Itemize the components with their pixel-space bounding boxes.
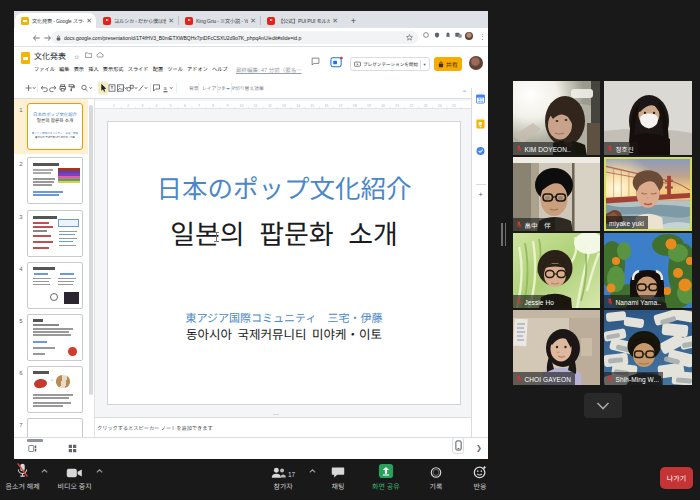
extension-icon-2[interactable]: [434, 32, 440, 38]
present-mode-icon[interactable]: [330, 56, 343, 69]
extension-icon-4[interactable]: [455, 32, 462, 38]
zoom-toolbar-share[interactable]: 화면 공유: [372, 461, 400, 491]
filmstrip-h-scrollbar[interactable]: [27, 439, 43, 442]
side-panel-add-icon[interactable]: +: [476, 188, 485, 199]
zoom-tool-icon[interactable]: [82, 85, 92, 91]
slide-thumbnail-2[interactable]: [27, 157, 83, 204]
star-document-icon[interactable]: ☆: [74, 52, 79, 61]
video-tile-5[interactable]: Jessie Ho: [513, 233, 600, 308]
comment-history-icon[interactable]: [311, 57, 320, 66]
slide-thumbnail-7[interactable]: [27, 418, 83, 437]
document-title[interactable]: 文化発表: [34, 50, 66, 61]
slide-thumbnail-3[interactable]: [27, 210, 83, 257]
insert-line-icon[interactable]: [139, 85, 147, 90]
horizontal-ruler-graphic: 1234567891011121314151617181920212223242…: [95, 101, 471, 109]
move-folder-icon[interactable]: [85, 52, 92, 58]
back-icon[interactable]: [32, 28, 41, 47]
browser-tab-1[interactable]: 文化発表 - Google スライド✕: [15, 13, 96, 28]
caret-up-icon[interactable]: [96, 469, 103, 473]
grid-view-icon[interactable]: [68, 444, 77, 453]
toolbar-text-3[interactable]: テーマ: [221, 84, 235, 91]
browser-tab-4[interactable]: 【公式】PUI PUI モルカー 第1話✕: [261, 13, 342, 28]
video-tile-7[interactable]: CHOI GAYEON: [513, 310, 600, 385]
format-options-icon[interactable]: a: [164, 84, 173, 92]
slide-thumbnail-1[interactable]: 日本のポップ文化紹介일본의 팝문화 소개東アジア国際コミュニティ 三宅・伊藤동아…: [27, 103, 83, 150]
slide-thumbnail-4[interactable]: [27, 262, 83, 309]
explore-phone-button[interactable]: [452, 437, 464, 454]
print-icon[interactable]: [60, 85, 65, 91]
tab-close-icon[interactable]: ✕: [86, 17, 92, 24]
last-edit-link[interactable]: 最終編集: 47 分前（匿名…: [236, 66, 302, 74]
leave-button[interactable]: 나가기: [660, 467, 693, 489]
menu-6[interactable]: スライド: [126, 65, 151, 72]
textbox-icon[interactable]: [109, 85, 115, 91]
share-button[interactable]: 共有: [434, 57, 462, 71]
browser-profile-avatar[interactable]: [465, 32, 473, 40]
insert-shape-icon[interactable]: [127, 85, 137, 91]
undo-icon[interactable]: [41, 86, 47, 92]
grid-collapse-button[interactable]: [584, 393, 622, 418]
video-tile-6[interactable]: Nanami Yama..: [604, 233, 692, 308]
zoom-toolbar-mic[interactable]: 음소거 해제: [6, 461, 40, 491]
slide-subtitle-korean[interactable]: 동아시아 국제커뮤니티 미야케・이토: [108, 324, 460, 343]
slide-title-japanese[interactable]: 日本のポップ文化紹介: [108, 168, 460, 205]
extension-icon-3[interactable]: [445, 32, 451, 38]
video-tile-1[interactable]: KIM DOYEON..: [513, 81, 600, 155]
tab-close-icon[interactable]: ✕: [168, 17, 174, 24]
speaker-notes-panel[interactable]: クリックするとスピーカー ノートを追加できます: [95, 417, 471, 437]
browser-tab-2[interactable]: ヨルシカ - だから僕は音楽を辞めた✕: [97, 13, 178, 28]
thumbnail-content: [50, 293, 58, 301]
account-avatar[interactable]: [469, 56, 483, 70]
add-slide-icon[interactable]: [26, 85, 36, 91]
url-bar[interactable]: docs.google.com/presentation/d/1T4fHV3_B…: [51, 31, 418, 44]
filmstrip-view-icon[interactable]: [28, 444, 37, 453]
slide-thumbnail-6[interactable]: +: [27, 366, 83, 413]
caret-up-icon[interactable]: [41, 469, 48, 473]
zoom-toolbar-chat[interactable]: 채팅: [331, 461, 345, 491]
extension-icon-1[interactable]: [423, 32, 429, 38]
slide-page[interactable]: 日本のポップ文化紹介 일본의 팝문화 소개 東アジア国際コミュニティ 三宅・伊藤…: [107, 121, 461, 405]
tab-close-icon[interactable]: ✕: [250, 17, 256, 24]
toolbar-collapse-icon[interactable]: ⌃: [462, 88, 467, 97]
bookmark-star-icon[interactable]: [406, 34, 413, 41]
browser-tab-3[interactable]: King Gnu - 三文小説 - YouTube✕: [179, 13, 260, 28]
tab-close-icon[interactable]: ✕: [332, 17, 338, 24]
menu-2[interactable]: 編集: [57, 65, 72, 72]
browser-menu-kebab-icon[interactable]: ⋮: [479, 31, 486, 41]
slide-subtitle-japanese[interactable]: 東アジア国際コミュニティ 三宅・伊藤: [108, 309, 460, 325]
video-tile-2[interactable]: 정호진: [604, 81, 692, 155]
zoom-toolbar-record[interactable]: 기록: [429, 461, 443, 491]
keep-icon[interactable]: [476, 119, 485, 129]
filmstrip-scrollbar[interactable]: [89, 105, 93, 395]
toolbar-text-4[interactable]: 切り替え効果: [235, 84, 264, 91]
cloud-status-icon[interactable]: [96, 52, 104, 58]
zoom-toolbar-reactions[interactable]: 반응: [473, 461, 487, 491]
menu-8[interactable]: ツール: [165, 65, 185, 72]
menu-4[interactable]: 挿入: [86, 65, 101, 72]
paint-format-icon[interactable]: [69, 85, 75, 91]
video-tile-3[interactable]: 畠中 伴: [513, 157, 600, 231]
zoom-toolbar-participants[interactable]: 17참가자: [271, 461, 295, 491]
calendar-icon[interactable]: 31: [476, 94, 485, 104]
menu-3[interactable]: 表示: [72, 65, 87, 72]
caret-up-icon[interactable]: [309, 469, 316, 473]
panel-drag-handle[interactable]: [501, 223, 507, 246]
insert-comment-icon[interactable]: [154, 85, 160, 91]
video-tile-4[interactable]: miyake yuki: [604, 157, 692, 231]
menu-9[interactable]: アドオン: [185, 65, 210, 72]
video-tile-8[interactable]: Shih-Ming W...: [604, 310, 692, 385]
insert-image-icon[interactable]: [118, 85, 127, 91]
slide-title-korean[interactable]: 일본의 팝문화 소개: [108, 213, 460, 252]
present-button[interactable]: プレゼンテーションを開始 ▾: [350, 57, 430, 71]
menu-5[interactable]: 表示形式: [101, 65, 126, 72]
slide-thumbnail-5[interactable]: [27, 314, 83, 361]
tasks-icon[interactable]: [476, 146, 485, 156]
menu-7[interactable]: 配置: [151, 65, 166, 72]
zoom-toolbar-video[interactable]: 비디오 중지: [58, 461, 92, 491]
menu-1[interactable]: ファイル: [32, 65, 57, 72]
menu-10[interactable]: ヘルプ: [210, 65, 230, 72]
new-tab-button[interactable]: +: [348, 15, 359, 26]
side-panel-collapse-icon[interactable]: ❯: [476, 442, 482, 452]
redo-icon[interactable]: [50, 86, 56, 92]
participant-name: KIM DOYEON..: [525, 144, 571, 154]
